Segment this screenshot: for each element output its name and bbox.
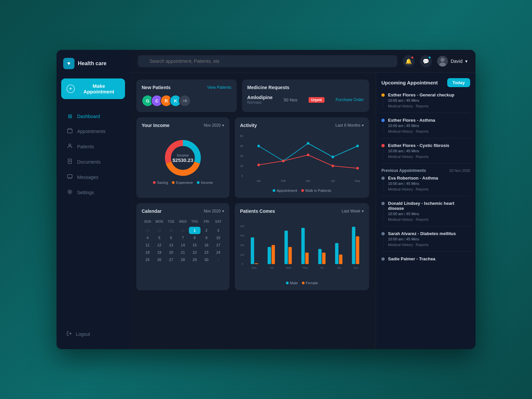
income-legend: Saving Expensive Income	[142, 181, 224, 185]
prev-medical-history-1[interactable]: Medical History	[388, 187, 413, 191]
rp-header: Upcoming Appointment Today	[381, 78, 470, 87]
new-patients-title: New Patients	[142, 85, 171, 90]
income-period: Nov 2020	[204, 123, 221, 128]
activity-card: Activity Last 6 Months ▾	[235, 117, 369, 198]
cal-cell[interactable]: 5	[153, 234, 165, 241]
appt-time-2: 10:00 am | 45 Mins	[388, 124, 470, 128]
calendar-period-dropdown[interactable]: Nov 2020 ▾	[204, 209, 224, 213]
cal-cell[interactable]: 4	[142, 234, 153, 241]
patients-icon	[66, 143, 73, 150]
messages-button[interactable]: 💬	[420, 55, 432, 67]
appt-reports-3[interactable]: Reports	[416, 155, 429, 159]
make-appointment-label: Make Appointment	[78, 83, 120, 94]
cal-cell[interactable]: 20	[165, 249, 177, 256]
cal-cell[interactable]: 28	[142, 227, 153, 234]
new-patients-card: New Patients View Patients G C R K +6	[136, 79, 237, 112]
cal-cell[interactable]: 7	[177, 234, 189, 241]
cal-day-sun: SUN	[142, 218, 153, 225]
cal-cell[interactable]: 11	[142, 241, 153, 249]
medicine-header: Medicine Requests	[247, 85, 364, 90]
prev-reports-2[interactable]: Reports	[416, 217, 429, 221]
prev-item-3: Sarah Alvarez - Diabetes mellitus 10:00 …	[381, 231, 470, 252]
cal-cell[interactable]: 9	[200, 234, 212, 241]
cal-cell[interactable]: 30	[165, 227, 177, 234]
main-content: 🔍 🔔 💬 David ▾	[130, 50, 475, 349]
svg-text:May: May	[355, 179, 360, 183]
cal-cell[interactable]: 15	[189, 241, 200, 249]
cal-cell[interactable]: 8	[189, 234, 200, 241]
cal-cell[interactable]: 29	[189, 256, 200, 263]
cal-cell[interactable]: 25	[142, 256, 153, 263]
sidebar-item-patients[interactable]: Patients	[60, 139, 126, 154]
cal-cell[interactable]: 23	[200, 249, 212, 256]
patients-period-dropdown[interactable]: Last Week ▾	[342, 209, 364, 213]
bar-wed-female	[288, 247, 292, 264]
sidebar-item-label-messages: Messages	[77, 175, 98, 180]
prev-section-header: Previous Appointments 20 Nov 2020	[381, 168, 470, 173]
bar-mon-female	[255, 263, 258, 264]
sidebar-item-appointments[interactable]: Appointments	[60, 124, 126, 139]
legend-dot-income	[197, 181, 200, 184]
search-input[interactable]	[138, 55, 397, 67]
cal-cell[interactable]: 13	[165, 241, 177, 249]
today-button[interactable]: Today	[447, 78, 470, 87]
view-patients-link[interactable]: View Patients	[207, 85, 231, 90]
cal-cell[interactable]: 6	[165, 234, 177, 241]
sidebar-item-messages[interactable]: Messages	[60, 170, 126, 185]
bar-sun-female	[356, 236, 359, 264]
cal-cell[interactable]: 19	[153, 249, 165, 256]
cal-cell[interactable]: 16	[200, 241, 212, 249]
income-center-label: Income	[173, 153, 194, 157]
sidebar-item-documents[interactable]: Documents	[60, 155, 126, 169]
sidebar-nav: ⊞ Dashboard Appointments Patients Docum	[57, 108, 130, 200]
svg-text:0: 0	[242, 262, 243, 265]
appt-reports-2[interactable]: Reports	[416, 129, 429, 133]
prev-reports-1[interactable]: Reports	[416, 187, 429, 191]
notifications-button[interactable]: 🔔	[403, 55, 415, 67]
legend-dot-male	[286, 282, 289, 284]
cal-week-1: 28 29 30 31 1 2 3	[142, 227, 224, 234]
cal-cell[interactable]: 14	[177, 241, 189, 249]
logout-button[interactable]: Logout	[60, 327, 126, 341]
cal-cell[interactable]: 10	[212, 234, 224, 241]
cal-cell[interactable]: 17	[212, 241, 224, 249]
prev-reports-3[interactable]: Reports	[416, 243, 429, 247]
cal-cell[interactable]: 26	[153, 256, 165, 263]
cal-cell[interactable]: 12	[153, 241, 165, 249]
appt-medical-history-1[interactable]: Medical History	[388, 104, 413, 108]
cal-cell[interactable]: 29	[153, 227, 165, 234]
sidebar-item-dashboard[interactable]: ⊞ Dashboard	[60, 109, 126, 123]
appt-medical-history-2[interactable]: Medical History	[388, 129, 413, 133]
cal-cell[interactable]: 28	[177, 256, 189, 263]
cal-cell[interactable]: 18	[142, 249, 153, 256]
user-info[interactable]: David ▾	[437, 56, 467, 66]
appt-reports-1[interactable]: Reports	[416, 104, 429, 108]
cal-cell[interactable]: 30	[200, 256, 212, 263]
income-period-dropdown[interactable]: Nov 2020 ▾	[204, 123, 224, 128]
appt-dot-col-1	[381, 92, 385, 108]
purchase-order-link[interactable]: Purchase Order	[335, 97, 364, 102]
calendar-grid: SUN MON TUE WED THU FRI SAT 28	[142, 218, 224, 263]
appt-actions-1: Medical History Reports	[388, 104, 470, 108]
cal-cell[interactable]: 22	[189, 249, 200, 256]
prev-medical-history-2[interactable]: Medical History	[388, 217, 413, 221]
prev-medical-history-3[interactable]: Medical History	[388, 243, 413, 247]
logo-icon: ♥	[63, 58, 74, 69]
svg-text:Fri: Fri	[321, 266, 324, 269]
cal-cell[interactable]: 31	[177, 227, 189, 234]
activity-period-dropdown[interactable]: Last 6 Months ▾	[335, 123, 364, 128]
cal-cell[interactable]: 27	[165, 256, 177, 263]
cal-cell[interactable]: 2	[200, 227, 212, 234]
bar-fri-male	[318, 249, 322, 264]
cal-cell[interactable]: 3	[212, 227, 224, 234]
appt-medical-history-3[interactable]: Medical History	[388, 155, 413, 159]
make-appointment-button[interactable]: + Make Appointment	[61, 78, 125, 99]
prev-title: Previous Appointments	[381, 168, 426, 173]
sidebar-item-label-documents: Documents	[77, 159, 101, 165]
cal-cell-today[interactable]: 1	[189, 227, 200, 234]
cal-cell[interactable]: 24	[212, 249, 224, 256]
cal-cell[interactable]: 21	[177, 249, 189, 256]
prev-content-3: Sarah Alvarez - Diabetes mellitus 10:00 …	[388, 231, 470, 247]
sidebar-item-settings[interactable]: Settings	[60, 185, 126, 200]
cal-cell[interactable]: 1	[212, 256, 224, 263]
